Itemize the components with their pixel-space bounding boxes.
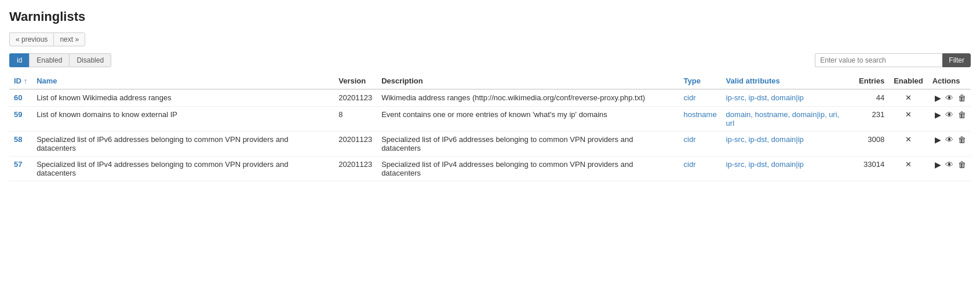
trash-icon[interactable]: 🗑	[958, 135, 966, 144]
play-icon[interactable]: ▶	[935, 93, 941, 103]
cell-entries: 231	[854, 107, 889, 132]
play-icon[interactable]: ▶	[935, 160, 941, 169]
disabled-icon: ✕	[905, 93, 912, 102]
cell-version: 20201123	[334, 132, 377, 156]
next-button[interactable]: next »	[53, 32, 85, 46]
filter-row: id Enabled Disabled Filter	[9, 53, 971, 67]
search-input[interactable]	[815, 53, 942, 67]
cell-version: 8	[334, 107, 377, 132]
cell-enabled: ✕	[889, 89, 928, 107]
cell-enabled: ✕	[889, 156, 928, 181]
trash-icon[interactable]: 🗑	[958, 93, 966, 103]
cell-entries: 44	[854, 89, 889, 107]
cell-description: Specialized list of IPv4 addresses belon…	[377, 156, 679, 181]
col-name[interactable]: Name	[32, 73, 334, 89]
page-title: Warninglists	[9, 9, 971, 24]
cell-actions: ▶ 👁 🗑	[928, 132, 971, 156]
cell-id[interactable]: 57	[9, 156, 32, 181]
cell-id[interactable]: 60	[9, 89, 32, 107]
cell-id[interactable]: 59	[9, 107, 32, 132]
table-body: 60 List of known Wikimedia address range…	[9, 89, 971, 181]
col-valid-attributes[interactable]: Valid attributes	[722, 73, 854, 89]
table-row: 57 Specialized list of IPv4 addresses be…	[9, 156, 971, 181]
sort-arrow-icon: ↑	[24, 77, 28, 85]
cell-name: Specialized list of IPv4 addresses belon…	[32, 156, 334, 181]
table-row: 59 List of known domains to know externa…	[9, 107, 971, 132]
cell-type: cidr	[679, 89, 722, 107]
table-header: ID ↑ Name Version Description Type Valid…	[9, 73, 971, 89]
cell-actions: ▶ 👁 🗑	[928, 107, 971, 132]
trash-icon[interactable]: 🗑	[958, 160, 966, 169]
cell-enabled: ✕	[889, 132, 928, 156]
cell-name: List of known Wikimedia address ranges	[32, 89, 334, 107]
disabled-icon: ✕	[905, 110, 912, 119]
cell-id[interactable]: 58	[9, 132, 32, 156]
col-actions: Actions	[928, 73, 971, 89]
cell-version: 20201123	[334, 156, 377, 181]
col-version: Version	[334, 73, 377, 89]
cell-valid-attributes: ip-src, ip-dst, domain|ip	[722, 156, 854, 181]
eye-icon[interactable]: 👁	[945, 135, 953, 144]
tab-enabled[interactable]: Enabled	[29, 53, 69, 67]
tab-group: id Enabled Disabled	[9, 53, 111, 67]
col-entries: Entries	[854, 73, 889, 89]
col-enabled: Enabled	[889, 73, 928, 89]
cell-enabled: ✕	[889, 107, 928, 132]
cell-valid-attributes: domain, hostname, domain|ip, uri, url	[722, 107, 854, 132]
cell-actions: ▶ 👁 🗑	[928, 156, 971, 181]
disabled-icon: ✕	[905, 135, 912, 144]
play-icon[interactable]: ▶	[935, 110, 941, 119]
tab-all[interactable]: id	[9, 53, 29, 67]
search-group: Filter	[815, 53, 971, 67]
cell-type: cidr	[679, 156, 722, 181]
warninglists-table: ID ↑ Name Version Description Type Valid…	[9, 73, 971, 181]
eye-icon[interactable]: 👁	[945, 93, 953, 103]
disabled-icon: ✕	[905, 160, 912, 169]
play-icon[interactable]: ▶	[935, 135, 941, 144]
cell-description: Wikimedia address ranges (http://noc.wik…	[377, 89, 679, 107]
trash-icon[interactable]: 🗑	[958, 110, 966, 119]
cell-version: 20201123	[334, 89, 377, 107]
cell-name: List of known domains to know external I…	[32, 107, 334, 132]
cell-description: Event contains one or more entries of kn…	[377, 107, 679, 132]
cell-name: Specialized list of IPv6 addresses belon…	[32, 132, 334, 156]
filter-button[interactable]: Filter	[942, 53, 971, 67]
col-id[interactable]: ID ↑	[9, 73, 32, 89]
col-type[interactable]: Type	[679, 73, 722, 89]
cell-entries: 33014	[854, 156, 889, 181]
eye-icon[interactable]: 👁	[945, 160, 953, 169]
cell-valid-attributes: ip-src, ip-dst, domain|ip	[722, 132, 854, 156]
tab-disabled[interactable]: Disabled	[69, 53, 111, 67]
cell-entries: 3008	[854, 132, 889, 156]
cell-actions: ▶ 👁 🗑	[928, 89, 971, 107]
col-description: Description	[377, 73, 679, 89]
table-row: 60 List of known Wikimedia address range…	[9, 89, 971, 107]
cell-valid-attributes: ip-src, ip-dst, domain|ip	[722, 89, 854, 107]
cell-description: Specialized list of IPv6 addresses belon…	[377, 132, 679, 156]
previous-button[interactable]: « previous	[9, 32, 53, 46]
cell-type: cidr	[679, 132, 722, 156]
cell-type: hostname	[679, 107, 722, 132]
pagination: « previous next »	[9, 32, 971, 46]
table-row: 58 Specialized list of IPv6 addresses be…	[9, 132, 971, 156]
eye-icon[interactable]: 👁	[945, 110, 953, 119]
